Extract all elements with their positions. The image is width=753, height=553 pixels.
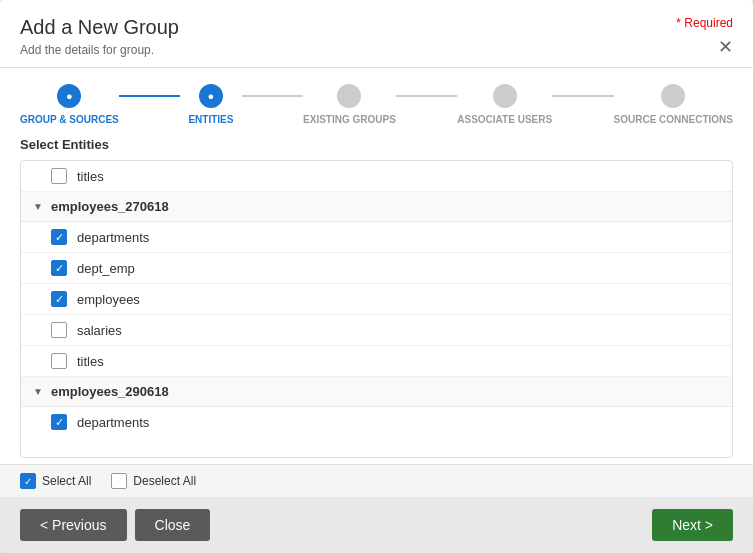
modal-header: Add a New Group Add the details for grou… [0,0,753,68]
connector-1-2 [119,95,180,97]
entity-label: titles [77,169,104,184]
connector-3-4 [396,95,457,97]
list-item[interactable]: titles [21,161,732,192]
group-name-270618: employees_270618 [51,199,169,214]
step-label-3: EXISTING GROUPS [303,114,396,125]
entities-list: titles ▼ employees_270618 departments de… [20,160,733,458]
checkbox-salaries-270618[interactable] [51,322,67,338]
entity-label: departments [77,230,149,245]
deselect-all-label: Deselect All [133,474,196,488]
step-source-connections: SOURCE CONNECTIONS [614,84,733,125]
group-name-290618: employees_290618 [51,384,169,399]
checkbox-dept-emp-270618[interactable] [51,260,67,276]
list-item[interactable]: departments [21,222,732,253]
entity-label: dept_emp [77,261,135,276]
step-label-1: GROUP & SOURCES [20,114,119,125]
stepper-items: ● GROUP & SOURCES ● ENTITIES EXISTING GR… [20,84,733,125]
required-text: * Required [676,16,733,30]
modal-container: Add a New Group Add the details for grou… [0,0,753,553]
modal-footer: < Previous Close Next > [0,497,753,553]
list-item[interactable]: titles [21,346,732,377]
section-title: Select Entities [0,133,753,160]
list-item[interactable]: employees [21,284,732,315]
entity-label: salaries [77,323,122,338]
select-all-label: Select All [42,474,91,488]
step-label-4: ASSOCIATE USERS [457,114,552,125]
group-header-270618[interactable]: ▼ employees_270618 [21,192,732,222]
entity-label: departments [77,415,149,430]
chevron-down-icon: ▼ [33,201,43,212]
step-circle-3 [337,84,361,108]
next-button[interactable]: Next > [652,509,733,541]
step-label-5: SOURCE CONNECTIONS [614,114,733,125]
step-label-2: ENTITIES [188,114,233,125]
chevron-down-icon: ▼ [33,386,43,397]
list-item[interactable]: departments [21,407,732,437]
checkbox-titles-270618[interactable] [51,353,67,369]
step-entities: ● ENTITIES [180,84,241,125]
deselect-all-action[interactable]: Deselect All [111,473,196,489]
footer-left-buttons: < Previous Close [20,509,210,541]
step-circle-2: ● [199,84,223,108]
list-item[interactable]: dept_emp [21,253,732,284]
checkbox-departments-290618[interactable] [51,414,67,430]
select-all-bar: Select All Deselect All [0,464,753,497]
entity-label: employees [77,292,140,307]
previous-button[interactable]: < Previous [20,509,127,541]
step-circle-4 [493,84,517,108]
close-icon-button[interactable]: ✕ [718,38,733,56]
list-item[interactable]: salaries [21,315,732,346]
connector-4-5 [552,95,613,97]
checkbox-departments-270618[interactable] [51,229,67,245]
step-circle-1: ● [57,84,81,108]
deselect-all-icon [111,473,127,489]
modal-title: Add a New Group [20,16,733,39]
modal-subtitle: Add the details for group. [20,43,733,57]
select-all-action[interactable]: Select All [20,473,91,489]
close-button[interactable]: Close [135,509,211,541]
step-circle-5 [661,84,685,108]
step-group-sources: ● GROUP & SOURCES [20,84,119,125]
step-associate-users: ASSOCIATE USERS [457,84,552,125]
select-all-icon [20,473,36,489]
checkbox-titles-top[interactable] [51,168,67,184]
connector-2-3 [242,95,303,97]
entity-label: titles [77,354,104,369]
step-existing-groups: EXISTING GROUPS [303,84,396,125]
group-header-290618[interactable]: ▼ employees_290618 [21,377,732,407]
checkbox-employees-270618[interactable] [51,291,67,307]
stepper: ● GROUP & SOURCES ● ENTITIES EXISTING GR… [0,68,753,133]
